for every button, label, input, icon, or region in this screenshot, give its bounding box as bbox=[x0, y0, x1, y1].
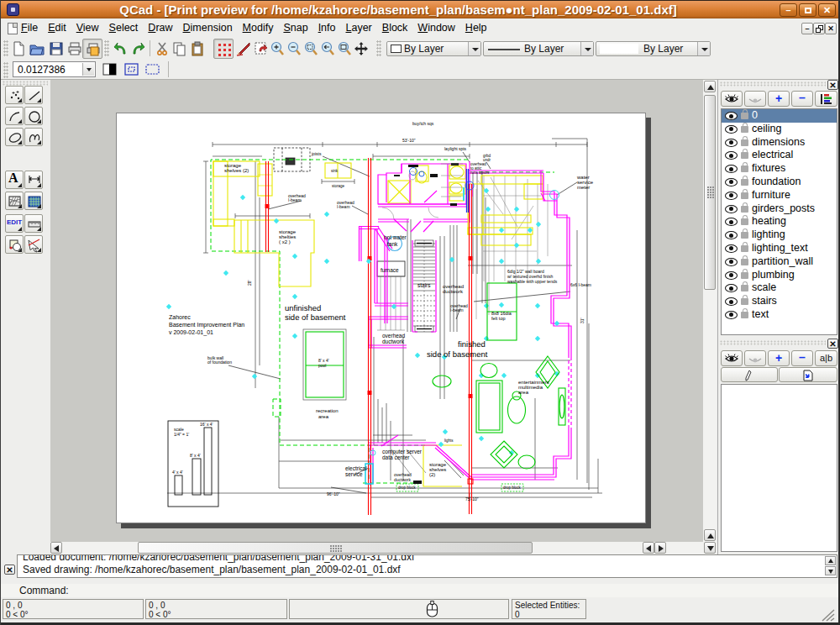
svg-text:16' x 4': 16' x 4' bbox=[200, 422, 213, 427]
svg-text:buy/tch sqs: buy/tch sqs bbox=[412, 121, 434, 126]
svg-text:overhead: overhead bbox=[382, 333, 405, 339]
svg-text:I-beam: I-beam bbox=[288, 197, 302, 202]
svg-text:ductwork: ductwork bbox=[394, 477, 412, 482]
svg-text:ductwork: ductwork bbox=[382, 339, 405, 344]
svg-text:I-beam: I-beam bbox=[450, 307, 464, 312]
svg-text:data center: data center bbox=[382, 454, 410, 460]
svg-text:8' x 4': 8' x 4' bbox=[190, 453, 201, 458]
svg-text:laylight spts: laylight spts bbox=[444, 146, 467, 151]
svg-text:recreation: recreation bbox=[316, 408, 339, 413]
svg-text:side of basement: side of basement bbox=[427, 349, 488, 359]
svg-text:v 2009-02-01_01: v 2009-02-01_01 bbox=[169, 329, 213, 336]
svg-text:4' x 4': 4' x 4' bbox=[172, 470, 183, 475]
svg-text:I-beam: I-beam bbox=[337, 204, 350, 209]
svg-text:storage: storage bbox=[332, 184, 345, 188]
svg-text:runs upstrs: runs upstrs bbox=[470, 171, 490, 175]
svg-text:96'-10": 96'-10" bbox=[327, 491, 340, 496]
svg-text:6x6 I-beam: 6x6 I-beam bbox=[570, 282, 591, 287]
svg-text:Zahorec: Zahorec bbox=[169, 314, 191, 320]
svg-text:unfinished: unfinished bbox=[285, 303, 321, 312]
svg-text:( x2 ): ( x2 ) bbox=[279, 239, 291, 244]
svg-text:53'-10": 53'-10" bbox=[402, 138, 416, 143]
svg-text:felt top: felt top bbox=[491, 316, 506, 321]
svg-text:undr: undr bbox=[483, 158, 491, 162]
svg-text:(2): (2) bbox=[429, 472, 435, 477]
svg-text:75'-10": 75'-10" bbox=[465, 496, 479, 502]
svg-text:lights: lights bbox=[444, 439, 454, 443]
svg-text:tank: tank bbox=[387, 241, 398, 247]
svg-text:stairs: stairs bbox=[417, 282, 431, 288]
svg-text:area: area bbox=[518, 390, 529, 395]
svg-text:drop block: drop block bbox=[503, 486, 522, 490]
svg-text:pool: pool bbox=[318, 363, 326, 368]
svg-text:washable with upper tends: washable with upper tends bbox=[507, 279, 558, 284]
svg-text:sink: sink bbox=[331, 169, 339, 173]
svg-text:service: service bbox=[345, 471, 363, 477]
svg-text:furnace: furnace bbox=[381, 267, 399, 273]
svg-text:joists: joists bbox=[311, 151, 322, 156]
svg-text:side of basement: side of basement bbox=[285, 312, 346, 322]
svg-text:ductwork: ductwork bbox=[443, 289, 464, 294]
svg-text:finished: finished bbox=[458, 339, 486, 349]
svg-text:meter: meter bbox=[577, 185, 590, 190]
svg-text:hot water: hot water bbox=[384, 234, 407, 240]
svg-text:of foundation: of foundation bbox=[207, 360, 232, 365]
svg-text:31': 31' bbox=[580, 318, 585, 323]
svg-text:28': 28' bbox=[247, 280, 252, 286]
svg-text:area: area bbox=[318, 414, 329, 419]
svg-text:shelves (2): shelves (2) bbox=[224, 168, 249, 173]
svg-text:electrical: electrical bbox=[345, 465, 367, 471]
svg-text:Basement Improvement Plan: Basement Improvement Plan bbox=[169, 322, 244, 328]
svg-text:drop block: drop block bbox=[398, 486, 417, 490]
svg-text:1/4" = 1': 1/4" = 1' bbox=[174, 432, 189, 437]
